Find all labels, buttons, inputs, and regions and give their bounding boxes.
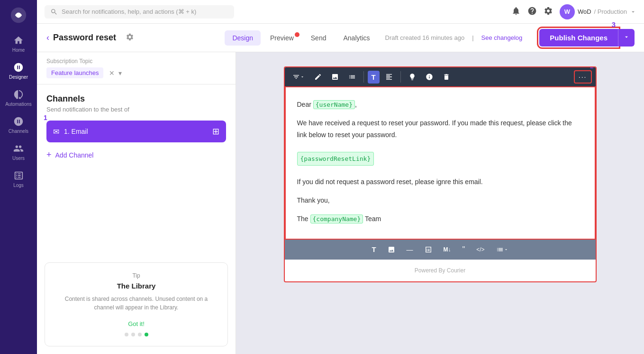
sidebar-item-channels[interactable]: Channels — [0, 112, 37, 139]
bt-divider-btn[interactable]: — — [403, 244, 417, 255]
tip-card: Tip The Library Content is shared across… — [45, 262, 228, 346]
tip-title: The Library — [54, 282, 218, 290]
channel-name-email: 1. Email — [64, 128, 208, 135]
notifications-icon[interactable] — [511, 6, 521, 18]
toolbar-sep-2 — [400, 71, 401, 83]
company-name-var: {companyName} — [310, 214, 363, 224]
tip-dot-4 — [145, 333, 148, 336]
sub-header: ‹ Password reset Design Preview Send Ana… — [37, 24, 644, 52]
more-btn-wrapper: 2 ··· — [574, 70, 592, 84]
channels-section: Channels Send notification to the best o… — [37, 84, 236, 255]
info-toolbar-btn[interactable] — [422, 71, 437, 83]
bt-text-btn[interactable]: T — [368, 243, 380, 255]
bt-code-btn[interactable]: </> — [472, 244, 488, 255]
publish-changes-button[interactable]: Publish Changes — [539, 29, 618, 47]
bt-list-btn[interactable] — [492, 244, 512, 255]
email-link-line: {passwordResetLink} — [297, 148, 583, 169]
email-content[interactable]: Dear {userName}, We have received a requ… — [285, 86, 596, 240]
topbar-icons: W WoD / Production — [511, 4, 636, 19]
channels-title: Channels — [46, 94, 226, 104]
subscription-expand-btn[interactable]: ▾ — [118, 69, 122, 77]
sidebar: Home Designer Automations Channels Users… — [0, 0, 37, 354]
publish-area: 3 Publish Changes — [532, 29, 635, 47]
pencil-icon — [314, 73, 322, 81]
search-bar[interactable]: Search for notifications, help, and acti… — [45, 5, 234, 19]
right-content: T — [236, 52, 644, 354]
tab-preview[interactable]: Preview — [263, 30, 301, 46]
more-toolbar-btn[interactable]: ··· — [574, 70, 592, 84]
tip-dots — [54, 333, 218, 336]
sidebar-item-logs[interactable]: Logs — [0, 166, 37, 193]
left-panel: Subscription Topic Feature launches ✕ ▾ … — [37, 52, 236, 354]
filter-toolbar-btn[interactable] — [289, 71, 308, 83]
email-body2: If you did not request a password reset,… — [297, 176, 583, 188]
subscription-row: Subscription Topic Feature launches ✕ ▾ — [37, 52, 236, 84]
sidebar-item-users[interactable]: Users — [0, 139, 37, 166]
subscription-label: Subscription Topic — [46, 58, 226, 65]
sidebar-designer-label: Designer — [9, 75, 28, 80]
settings-icon[interactable] — [544, 6, 553, 18]
add-channel-button[interactable]: + Add Channel — [46, 148, 226, 162]
lightbulb-toolbar-btn[interactable] — [405, 71, 420, 83]
page-settings-icon[interactable] — [126, 33, 134, 43]
channel-item-email[interactable]: 1 ✉ 1. Email ⊞ — [46, 121, 226, 142]
tab-analytics[interactable]: Analytics — [336, 30, 377, 46]
chevron-down-icon — [630, 9, 636, 15]
image-icon — [331, 73, 339, 81]
chevron-small-icon — [300, 75, 305, 79]
align-icon — [385, 73, 393, 81]
filter-icon — [292, 73, 300, 81]
sidebar-channels-label: Channels — [9, 129, 28, 134]
channel-options-btn[interactable]: ⊞ — [212, 126, 219, 137]
channel-badge-num: 1 — [44, 114, 47, 121]
publish-dropdown-button[interactable] — [618, 29, 635, 47]
tip-dot-3 — [138, 333, 142, 336]
bt-image-icon — [388, 246, 395, 253]
back-nav[interactable]: ‹ Password reset — [46, 33, 116, 43]
email-footer: Powered By Courier — [285, 260, 596, 281]
bt-quote-btn[interactable]: " — [459, 243, 469, 256]
email-thanks: Thank you, — [297, 195, 583, 206]
sidebar-item-home[interactable]: Home — [0, 30, 37, 57]
search-icon — [50, 8, 58, 16]
main-content: Search for notifications, help, and acti… — [37, 0, 644, 354]
info-icon — [426, 73, 433, 81]
bt-markdown-btn[interactable]: M↓ — [440, 244, 455, 255]
email-signature: The {companyName} Team — [297, 213, 583, 225]
image-toolbar-btn[interactable] — [327, 71, 343, 83]
tab-design[interactable]: Design — [225, 30, 261, 46]
email-body1: We have received a request to reset your… — [297, 117, 583, 141]
channels-subtitle: Send notification to the best of — [46, 106, 226, 113]
text-align-btn[interactable] — [381, 71, 397, 83]
draft-info: Draft created 16 minutes ago — [385, 34, 465, 41]
subscription-value-row: Feature launches ✕ ▾ — [46, 67, 226, 84]
subscription-remove-btn[interactable]: ✕ — [109, 69, 115, 77]
user-info[interactable]: W WoD / Production — [560, 4, 636, 19]
users-icon — [13, 143, 24, 154]
app-logo[interactable] — [8, 5, 29, 26]
changelog-link[interactable]: See changelog — [481, 34, 523, 41]
lightbulb-icon — [408, 73, 416, 81]
publish-btn-area: Publish Changes — [539, 29, 635, 47]
avatar: W — [560, 4, 575, 19]
sidebar-item-designer[interactable]: Designer — [0, 57, 37, 84]
email-channel-icon: ✉ — [53, 127, 59, 136]
delete-toolbar-btn[interactable] — [439, 71, 454, 83]
bt-image-btn[interactable] — [384, 244, 399, 255]
bottom-toolbar: T — M↓ " </> — [285, 240, 596, 260]
help-icon[interactable] — [527, 6, 537, 18]
tabs-area: Design Preview Send Analytics — [225, 30, 377, 46]
body-area: Subscription Topic Feature launches ✕ ▾ … — [37, 52, 644, 354]
publish-badge-num: 3 — [612, 20, 616, 28]
got-it-button[interactable]: Got it! — [128, 320, 145, 327]
sidebar-users-label: Users — [12, 156, 25, 161]
chevron-down-icon — [623, 34, 630, 40]
edit-toolbar-btn[interactable] — [310, 71, 326, 83]
logs-icon — [13, 170, 24, 181]
tab-send[interactable]: Send — [303, 30, 334, 46]
preview-error-badge — [295, 32, 299, 37]
bt-table-btn[interactable] — [421, 244, 436, 255]
text-bold-btn[interactable]: T — [368, 71, 380, 84]
list-toolbar-btn[interactable] — [345, 71, 360, 83]
sidebar-item-automations[interactable]: Automations — [0, 84, 37, 112]
